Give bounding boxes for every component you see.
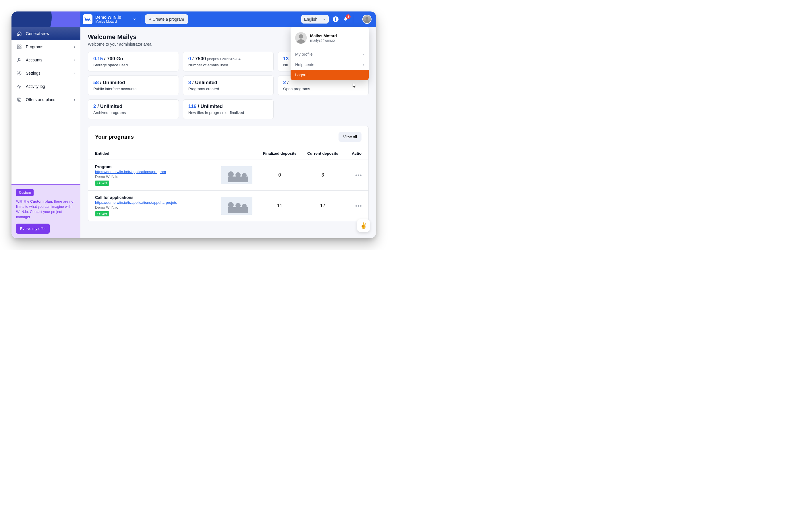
info-icon[interactable]: i — [333, 16, 338, 22]
sidebar-item-programs[interactable]: Programs› — [12, 40, 81, 54]
separator — [353, 15, 353, 23]
table-row: Call for applicationshttps://demo.wiin.i… — [88, 191, 368, 221]
svg-rect-12 — [17, 98, 20, 101]
svg-point-1 — [364, 20, 369, 24]
home-icon — [17, 31, 22, 36]
nav-label: Programs — [26, 44, 43, 49]
col-finalized: Finalized deposits — [258, 151, 301, 156]
dropdown-user-email: mailys@wiin.io — [310, 38, 337, 43]
sidebar-item-settings[interactable]: Settings› — [12, 67, 81, 80]
status-badge: Ouvert — [95, 180, 109, 186]
view-all-button[interactable]: View all — [338, 132, 362, 142]
svg-rect-18 — [228, 177, 248, 182]
org-switcher-chevron[interactable] — [133, 17, 137, 21]
stat-card: 0.15 / 700 GoStorage space used — [88, 51, 179, 72]
dropdown-user-name: Mailys Motard — [310, 33, 337, 38]
row-actions-button[interactable] — [344, 205, 362, 207]
svg-rect-6 — [20, 45, 21, 46]
svg-rect-8 — [20, 47, 21, 49]
col-entitled: Entitled — [95, 151, 221, 156]
promo-tag: Custom — [16, 189, 33, 196]
finalized-count: 0 — [258, 173, 301, 178]
avatar — [295, 32, 307, 44]
user-avatar[interactable] — [362, 15, 372, 24]
menu-item-label: My profile — [295, 52, 313, 57]
sidebar-item-accounts[interactable]: Accounts› — [12, 54, 81, 67]
nav-label: General view — [26, 31, 49, 36]
copy-icon — [17, 97, 22, 102]
stat-card: 58 / UnlimitedPublic interface accounts — [88, 75, 179, 95]
nav-label: Activity log — [26, 84, 45, 89]
chevron-down-icon — [322, 17, 326, 21]
promo-text: With the Custom plan, there are no limit… — [16, 199, 76, 220]
menu-item-label: Logout — [295, 73, 307, 77]
table-row: Programhttps://demo.wiin.io/fr/applicati… — [88, 160, 368, 191]
panel-title: Your programs — [95, 134, 134, 140]
status-badge: Ouvert — [95, 211, 109, 217]
help-fab[interactable]: ✌️ — [357, 219, 370, 232]
program-org: Demo WIIN.io — [95, 205, 221, 209]
evolve-offer-button[interactable]: Evolve my offer — [16, 224, 50, 234]
stat-card: 8 / UnlimitedPrograms created — [183, 75, 274, 95]
nav-label: Settings — [26, 71, 41, 75]
org-switcher[interactable]: Demo WIIN.io Mailys Motard — [83, 14, 121, 24]
menu-item-label: Help center — [295, 62, 316, 67]
svg-point-0 — [365, 17, 369, 20]
program-url-link[interactable]: https://demo.wiin.io/fr/applications/pro… — [95, 169, 221, 174]
app-logo — [83, 14, 92, 24]
sidebar-header-decor — [12, 12, 81, 27]
activity-icon — [17, 84, 22, 89]
org-name: Demo WIIN.io — [95, 15, 121, 19]
svg-point-15 — [228, 171, 234, 177]
svg-point-9 — [18, 58, 20, 60]
chevron-right-icon: › — [74, 71, 75, 75]
chevron-right-icon: › — [74, 44, 75, 49]
menu-help-center[interactable]: Help center › — [291, 59, 369, 70]
svg-point-3 — [299, 34, 303, 39]
table-header: Entitled Finalized deposits Current depo… — [88, 147, 368, 160]
gear-icon — [17, 71, 22, 76]
chevron-right-icon: › — [363, 62, 364, 67]
program-title: Program — [95, 164, 221, 169]
stat-card: 2 / UnlimitedArchived programs — [88, 99, 179, 119]
svg-point-21 — [228, 202, 234, 208]
stat-card: 0 / 7500jusqu'au 2022/09/04Number of ema… — [183, 51, 274, 72]
menu-my-profile[interactable]: My profile › — [291, 49, 369, 59]
svg-point-10 — [19, 73, 20, 74]
dropdown-user-info: Mailys Motard mailys@wiin.io — [291, 27, 369, 49]
nav-label: Accounts — [26, 58, 43, 62]
org-user: Mailys Motard — [95, 19, 121, 24]
svg-rect-7 — [17, 47, 19, 49]
user-icon — [17, 57, 22, 62]
peace-icon: ✌️ — [360, 222, 367, 229]
col-actions: Actio — [344, 151, 362, 156]
program-url-link[interactable]: https://demo.wiin.io/fr/applications/app… — [95, 200, 221, 205]
sidebar: General viewPrograms›Accounts›Settings›A… — [12, 27, 81, 238]
nav-label: Offers and plans — [26, 97, 55, 102]
chevron-right-icon: › — [74, 58, 75, 62]
separator — [141, 15, 141, 23]
sidebar-item-activity-log[interactable]: Activity log — [12, 80, 81, 93]
svg-rect-5 — [17, 45, 19, 46]
program-title: Call for applications — [95, 195, 221, 200]
chevron-right-icon: › — [74, 97, 75, 102]
language-selector[interactable]: English — [301, 15, 329, 24]
program-thumbnail — [221, 166, 252, 184]
programs-panel: Your programs View all Entitled Finalize… — [88, 126, 369, 221]
svg-rect-24 — [228, 207, 248, 213]
program-thumbnail — [221, 197, 252, 215]
user-menu-dropdown: Mailys Motard mailys@wiin.io My profile … — [291, 27, 369, 80]
stat-card: 116 / UnlimitedNew files in progress or … — [183, 99, 274, 119]
menu-logout[interactable]: Logout — [291, 70, 369, 80]
chevron-right-icon: › — [363, 52, 364, 57]
current-count: 17 — [301, 203, 344, 208]
promo-box: Custom With the Custom plan, there are n… — [12, 184, 81, 238]
col-current: Current deposits — [301, 151, 344, 156]
finalized-count: 11 — [258, 203, 301, 208]
sidebar-item-general-view[interactable]: General view — [12, 27, 81, 40]
notifications-button[interactable]: 3 — [343, 16, 349, 23]
create-program-button[interactable]: + Create a program — [145, 14, 188, 24]
current-count: 3 — [301, 173, 344, 178]
sidebar-item-offers-and-plans[interactable]: Offers and plans› — [12, 93, 81, 106]
row-actions-button[interactable] — [344, 175, 362, 176]
